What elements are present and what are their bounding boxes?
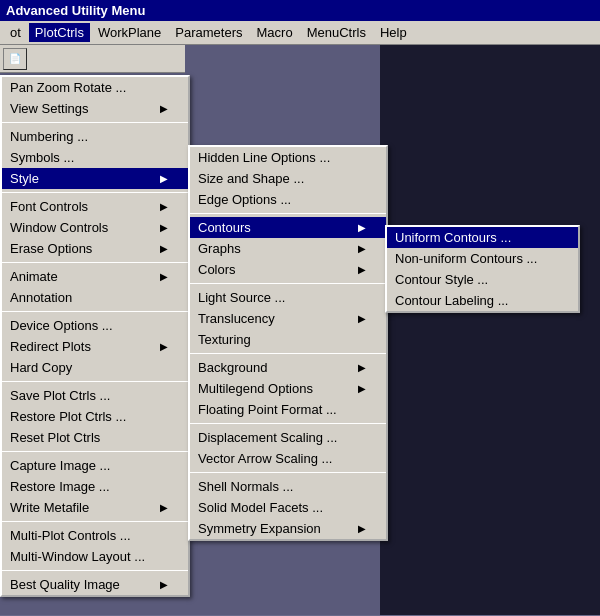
menu-font-controls[interactable]: Font Controls▶: [2, 196, 188, 217]
menu-view-settings[interactable]: View Settings▶: [2, 98, 188, 119]
sep-7: [2, 521, 188, 522]
menu-solid-model[interactable]: Solid Model Facets ...: [190, 497, 386, 518]
menubar-item-workplane[interactable]: WorkPlane: [92, 23, 167, 42]
menu-contour-labeling[interactable]: Contour Labeling ...: [387, 290, 578, 311]
menubar-item-menuctrls[interactable]: MenuCtrls: [301, 23, 372, 42]
menu-restore-image[interactable]: Restore Image ...: [2, 476, 188, 497]
menu-light-source[interactable]: Light Source ...: [190, 287, 386, 308]
sep2-2: [190, 283, 386, 284]
menu-style[interactable]: Style▶: [2, 168, 188, 189]
menu-bar: ot PlotCtrls WorkPlane Parameters Macro …: [0, 21, 600, 45]
sep-4: [2, 311, 188, 312]
menu-pan-zoom[interactable]: Pan Zoom Rotate ...: [2, 77, 188, 98]
menu-texturing[interactable]: Texturing: [190, 329, 386, 350]
menu-numbering[interactable]: Numbering ...: [2, 126, 188, 147]
menu-level1: Pan Zoom Rotate ... View Settings▶ Numbe…: [0, 75, 190, 597]
dark-panel-right: [380, 45, 600, 615]
sep-6: [2, 451, 188, 452]
menu-uniform-contours[interactable]: Uniform Contours ...: [387, 227, 578, 248]
menu-reset-plot[interactable]: Reset Plot Ctrls: [2, 427, 188, 448]
menubar-item-macro[interactable]: Macro: [251, 23, 299, 42]
menu-floating-point[interactable]: Floating Point Format ...: [190, 399, 386, 420]
menu-translucency[interactable]: Translucency▶: [190, 308, 386, 329]
menu-vector-arrow[interactable]: Vector Arrow Scaling ...: [190, 448, 386, 469]
menu-graphs[interactable]: Graphs▶: [190, 238, 386, 259]
menu-symbols[interactable]: Symbols ...: [2, 147, 188, 168]
menu-erase-options[interactable]: Erase Options▶: [2, 238, 188, 259]
menu-window-controls[interactable]: Window Controls▶: [2, 217, 188, 238]
menubar-item-ot[interactable]: ot: [4, 23, 27, 42]
menu-device-options[interactable]: Device Options ...: [2, 315, 188, 336]
title-text: Advanced Utility Menu: [6, 3, 145, 18]
menu-background[interactable]: Background▶: [190, 357, 386, 378]
menu-multi-window[interactable]: Multi-Window Layout ...: [2, 546, 188, 567]
menu-nonuniform-contours[interactable]: Non-uniform Contours ...: [387, 248, 578, 269]
menu-contours[interactable]: Contours▶: [190, 217, 386, 238]
menu-write-metafile[interactable]: Write Metafile▶: [2, 497, 188, 518]
menu-capture-image[interactable]: Capture Image ...: [2, 455, 188, 476]
sep2-3: [190, 353, 386, 354]
menu-level2: Hidden Line Options ... Size and Shape .…: [188, 145, 388, 541]
menu-annotation[interactable]: Annotation: [2, 287, 188, 308]
sep-3: [2, 262, 188, 263]
menu-hidden-line[interactable]: Hidden Line Options ...: [190, 147, 386, 168]
sep2-5: [190, 472, 386, 473]
menu-restore-plot[interactable]: Restore Plot Ctrls ...: [2, 406, 188, 427]
menu-shell-normals[interactable]: Shell Normals ...: [190, 476, 386, 497]
menu-contour-style[interactable]: Contour Style ...: [387, 269, 578, 290]
menu-best-quality[interactable]: Best Quality Image▶: [2, 574, 188, 595]
menu-edge-options[interactable]: Edge Options ...: [190, 189, 386, 210]
menu-size-shape[interactable]: Size and Shape ...: [190, 168, 386, 189]
sep-8: [2, 570, 188, 571]
sep-2: [2, 192, 188, 193]
sep-5: [2, 381, 188, 382]
menu-multilegend[interactable]: Multilegend Options▶: [190, 378, 386, 399]
menubar-item-parameters[interactable]: Parameters: [169, 23, 248, 42]
menu-symmetry[interactable]: Symmetry Expansion▶: [190, 518, 386, 539]
menu-redirect-plots[interactable]: Redirect Plots▶: [2, 336, 188, 357]
sep2-1: [190, 213, 386, 214]
toolbar: 📄: [0, 45, 185, 73]
menu-displacement[interactable]: Displacement Scaling ...: [190, 427, 386, 448]
menu-hard-copy[interactable]: Hard Copy: [2, 357, 188, 378]
toolbar-btn-1[interactable]: 📄: [3, 48, 27, 70]
menu-level3: Uniform Contours ... Non-uniform Contour…: [385, 225, 580, 313]
menu-save-plot[interactable]: Save Plot Ctrls ...: [2, 385, 188, 406]
sep-1: [2, 122, 188, 123]
title-bar: Advanced Utility Menu: [0, 0, 600, 21]
menu-animate[interactable]: Animate▶: [2, 266, 188, 287]
menu-colors[interactable]: Colors▶: [190, 259, 386, 280]
menu-multi-plot[interactable]: Multi-Plot Controls ...: [2, 525, 188, 546]
menubar-item-plotctrls[interactable]: PlotCtrls: [29, 23, 90, 42]
sep2-4: [190, 423, 386, 424]
main-area: 📄 QU Pan Zoom Rotate ... View Settings▶ …: [0, 45, 600, 615]
menubar-item-help[interactable]: Help: [374, 23, 413, 42]
